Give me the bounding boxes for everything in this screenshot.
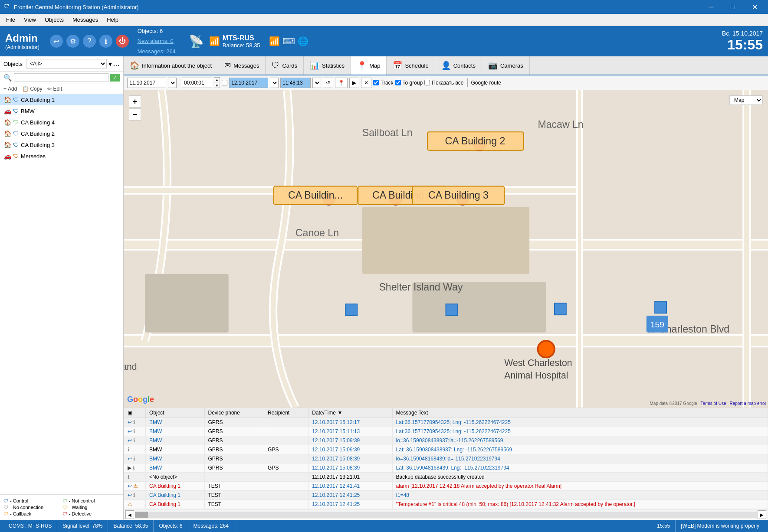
col-recipient[interactable]: Recipient <box>264 408 309 418</box>
range-checkbox[interactable] <box>222 80 227 85</box>
row-phone: GPRS <box>204 418 264 427</box>
time-from-input[interactable] <box>182 78 212 88</box>
info-icon[interactable]: ℹ <box>99 35 112 48</box>
filter-menu-icon[interactable]: ▾ <box>108 60 112 68</box>
time-down-btn[interactable]: ▼ <box>214 83 220 88</box>
sidebar-header: Objects <All> ▾ … <box>0 56 123 72</box>
search-input[interactable] <box>14 73 108 82</box>
menu-view[interactable]: View <box>20 15 40 25</box>
table-row[interactable]: ↩ ⚠ CA Building 1 TEST 12.10.2017 12:41:… <box>124 482 768 491</box>
sidebar-item-ca4[interactable]: 🏠 🛡 CA Building 4 <box>0 117 123 128</box>
menu-messages[interactable]: Messages <box>68 15 102 25</box>
shield-icon-blue: 🛡 <box>13 108 19 114</box>
messages-count[interactable]: Messages: 264 <box>138 46 176 56</box>
time-up-btn[interactable]: ▲ <box>214 77 220 82</box>
scroll-left-btn[interactable]: ◀ <box>125 510 134 519</box>
minimize-button[interactable]: ─ <box>701 0 721 14</box>
refresh-btn[interactable]: ↺ <box>323 78 333 88</box>
table-row[interactable]: ℹ BMW GPRS GPS 12.10.2017 15:09:39 Lat: … <box>124 445 768 454</box>
filter-dots-icon[interactable]: … <box>113 60 120 68</box>
sidebar-item-bmw[interactable]: 🚗 🛡 BMW <box>0 105 123 117</box>
tab-info[interactable]: 🏠 Information about the object <box>124 56 218 75</box>
time-spinners[interactable]: ▲ ▼ <box>214 77 220 88</box>
time-to-input[interactable] <box>280 78 311 88</box>
tab-messages[interactable]: ✉ Messages <box>218 56 266 75</box>
tab-cameras[interactable]: 📷 Cameras <box>482 56 530 75</box>
table-row[interactable]: ↩ ℹ BMW GPRS 12.10.2017 15:11:13 Lat:36.… <box>124 427 768 436</box>
tab-contacts[interactable]: 👤 Contacts <box>435 56 482 75</box>
tab-statistics[interactable]: 📊 Statistics <box>304 56 351 75</box>
date-to-dropdown[interactable] <box>270 78 279 88</box>
row-icons: ⚠ <box>124 500 146 509</box>
power-icon[interactable]: ⏻ <box>116 35 129 48</box>
sidebar-item-ca1[interactable]: 🏠 🛡 CA Building 1 <box>0 94 123 105</box>
sidebar-item-mersedes[interactable]: 🚗 🛡 Mersedes <box>0 150 123 162</box>
table-row[interactable]: ⚠ CA Building 1 TEST 12.10.2017 12:41:25… <box>124 500 768 509</box>
zoom-in-button[interactable]: + <box>129 95 141 108</box>
shield-icon-green: 🛡 <box>13 119 19 126</box>
table-row[interactable]: ↩ ℹ BMW GPRS 12.10.2017 15:09:39 lo=36.1… <box>124 436 768 445</box>
wifi-icon: 📡 <box>189 34 204 49</box>
map-type-select[interactable]: Map Satellite Hybrid <box>729 95 763 105</box>
row-recipient: GPS <box>264 463 309 473</box>
separator <box>467 78 468 87</box>
menu-objects[interactable]: Objects <box>40 15 68 25</box>
dash-separator: - <box>178 80 180 86</box>
col-message[interactable]: Message Text <box>392 408 768 418</box>
legend-shield-orange: 🛡 <box>3 511 8 516</box>
horizontal-scrollbar[interactable] <box>135 512 757 518</box>
row-icons: ↩ ℹ <box>124 436 146 445</box>
play-btn[interactable]: ▶ <box>349 78 359 88</box>
zoom-out-button[interactable]: − <box>129 108 141 121</box>
legend: 🛡 - Control 🛡 - Not control 🛡 - No conne… <box>0 494 123 520</box>
menu-help[interactable]: Help <box>102 15 123 25</box>
tab-map[interactable]: 📍 Map <box>351 56 387 75</box>
keyboard-icon: ⌨ <box>282 36 295 46</box>
table-container[interactable]: ▣ Object Device phone Recipient Date/Tim… <box>124 408 768 509</box>
close-button[interactable]: ✕ <box>745 0 765 14</box>
new-alarms[interactable]: New alarms: 0 <box>138 36 176 46</box>
location-btn[interactable]: 📍 <box>335 78 348 88</box>
table-row[interactable]: ↩ ℹ BMW GPRS 12.10.2017 15:12:17 Lat:36.… <box>124 418 768 427</box>
filter-select[interactable]: <All> <box>26 59 107 69</box>
date-from-input[interactable] <box>127 78 166 88</box>
tab-schedule[interactable]: 📅 Schedule <box>387 56 435 75</box>
time-to-dropdown[interactable] <box>312 78 321 88</box>
date-to-input[interactable] <box>229 78 268 88</box>
show-all-checkbox[interactable] <box>424 80 430 85</box>
legend-not-control: 🛡 - Not control <box>62 498 120 503</box>
track-checkbox[interactable] <box>373 80 379 85</box>
exit-icon[interactable]: ↩ <box>50 35 63 48</box>
col-phone[interactable]: Device phone <box>204 408 264 418</box>
settings-icon[interactable]: ⚙ <box>66 35 79 48</box>
scrollbar-thumb[interactable] <box>135 512 148 518</box>
restore-button[interactable]: □ <box>723 0 743 14</box>
add-button[interactable]: + Add <box>3 86 17 92</box>
col-datetime[interactable]: Date/Time ▼ <box>309 408 392 418</box>
search-go-button[interactable]: ✓ <box>110 74 120 82</box>
table-row[interactable]: ▶ ℹ BMW GPRS GPS 12.10.2017 15:08:39 Lat… <box>124 463 768 473</box>
date-from-dropdown[interactable] <box>168 78 177 88</box>
table-row[interactable]: ℹ <No object> 12.10.2017 13:21:01 Backup… <box>124 473 768 482</box>
row-recipient <box>264 436 309 445</box>
map-area[interactable]: 🍽 Sailboat Ln Macaw Ln Canoe Ln Shelter … <box>124 90 768 408</box>
google-route-label: Google route <box>471 80 501 86</box>
to-group-checkbox[interactable] <box>395 80 401 85</box>
row-recipient <box>264 427 309 436</box>
scroll-right-btn[interactable]: ▶ <box>758 510 766 519</box>
table-row[interactable]: ↩ ℹ BMW GPRS 12.10.2017 15:08:39 lo=36.1… <box>124 454 768 463</box>
copy-button[interactable]: 📋 Copy <box>22 86 42 92</box>
report-map-error-link[interactable]: Report a map error <box>730 401 766 406</box>
edit-button[interactable]: ✏ Edit <box>47 86 62 92</box>
col-object[interactable]: Object <box>146 408 205 418</box>
sidebar-item-ca2[interactable]: 🏠 🛡 CA Building 2 <box>0 128 123 139</box>
menu-file[interactable]: File <box>2 15 20 25</box>
sidebar-item-ca3[interactable]: 🏠 🛡 CA Building 3 <box>0 139 123 150</box>
svg-rect-43 <box>345 304 357 316</box>
tab-cards[interactable]: 🛡 Cards <box>266 56 304 75</box>
row-message: Lat:36.1571770954325; Lng: -115.26222467… <box>392 418 768 427</box>
table-row[interactable]: ↩ ℹ CA Building 1 TEST 12.10.2017 12:41:… <box>124 491 768 500</box>
help-icon[interactable]: ? <box>83 35 96 48</box>
clear-btn[interactable]: ✕ <box>361 78 371 88</box>
terms-of-use-link[interactable]: Terms of Use <box>701 401 726 406</box>
